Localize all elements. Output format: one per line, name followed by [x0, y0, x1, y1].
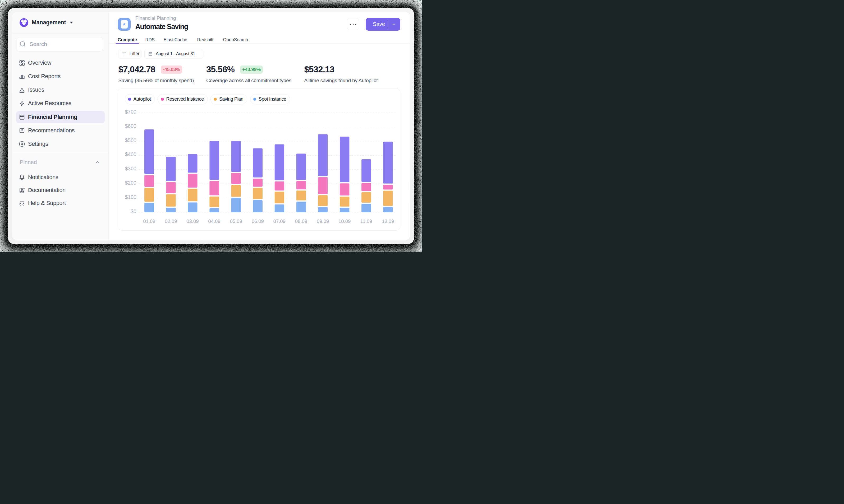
svg-text:07.09: 07.09: [273, 218, 286, 224]
svg-text:10.09: 10.09: [339, 218, 350, 224]
svg-text:02.09: 02.09: [165, 218, 177, 224]
svg-text:$500: $500: [125, 137, 136, 143]
svg-text:$300: $300: [125, 166, 136, 172]
svg-text:$100: $100: [125, 194, 136, 200]
svg-text:$600: $600: [125, 123, 136, 129]
svg-text:$400: $400: [125, 151, 136, 157]
svg-text:08.09: 08.09: [295, 218, 307, 224]
svg-text:$200: $200: [125, 180, 136, 186]
svg-text:09.09: 09.09: [317, 218, 329, 224]
svg-text:05.09: 05.09: [230, 218, 242, 224]
svg-text:12.09: 12.09: [382, 218, 394, 224]
svg-text:01.09: 01.09: [143, 218, 155, 224]
svg-text:$700: $700: [125, 109, 136, 115]
svg-text:04.09: 04.09: [208, 218, 220, 224]
svg-text:11.09: 11.09: [360, 218, 372, 224]
svg-text:06.09: 06.09: [252, 218, 264, 224]
svg-text:03.09: 03.09: [186, 218, 199, 224]
svg-text:$0: $0: [131, 209, 136, 214]
